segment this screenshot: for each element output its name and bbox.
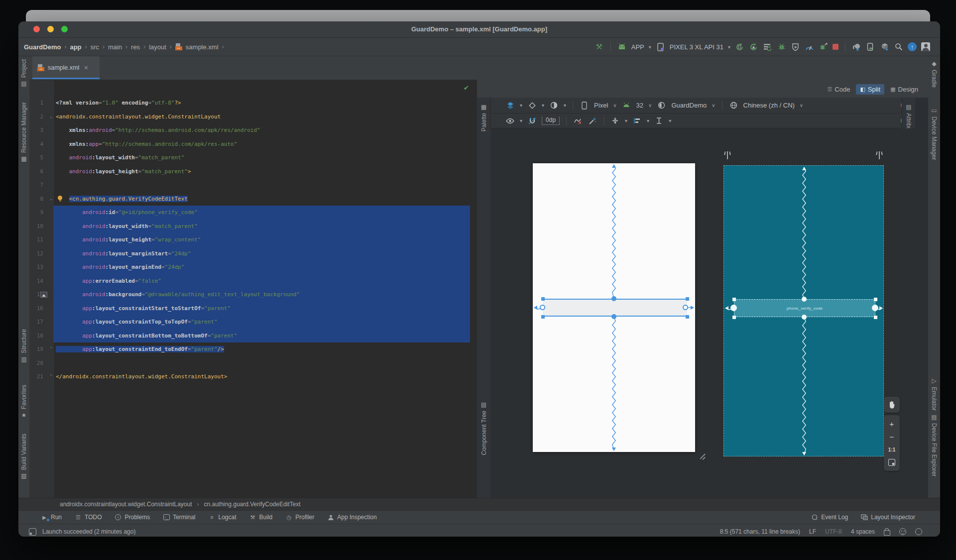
resize-handle[interactable] <box>874 316 877 319</box>
breadcrumb-item[interactable]: GuardDemo <box>24 43 61 51</box>
line-number[interactable]: 21 <box>29 370 43 384</box>
sidebar-item-favorites[interactable]: Favorites ★ <box>18 385 29 419</box>
breadcrumb-item[interactable]: res <box>131 43 140 51</box>
constraint-anchor[interactable] <box>872 305 878 311</box>
breadcrumb-item[interactable]: cn.authing.guard.VerifyCodeEditText <box>204 501 301 508</box>
device-type-select[interactable]: Pixel <box>594 102 608 109</box>
fold-marker-icon[interactable]: ⌃ <box>49 342 53 356</box>
intention-bulb-icon[interactable] <box>58 196 62 200</box>
sidebar-item-resource-manager[interactable]: Resource Manager ▦ <box>18 102 29 162</box>
chevron-down-icon[interactable]: ▾ <box>728 44 730 50</box>
api-level-select[interactable]: 32 <box>636 102 643 109</box>
line-number[interactable]: 19 <box>29 342 43 356</box>
chevron-down-icon[interactable]: ▾ <box>520 118 522 123</box>
code-line[interactable]: 5 android:layout_width="match_parent" <box>29 151 477 165</box>
design-preview-phone[interactable] <box>533 163 695 452</box>
component-tree-tool-button[interactable]: ▤ Component Tree <box>477 401 490 455</box>
sidebar-item-device-manager[interactable]: ▭ Device Manager <box>928 107 940 160</box>
fold-marker-icon[interactable]: ⌄ <box>49 192 53 206</box>
sidebar-item-emulator[interactable]: ▷ Emulator <box>928 377 940 411</box>
breadcrumb-item[interactable]: layout <box>149 43 166 51</box>
theme-select[interactable]: GuardDemo <box>671 102 707 109</box>
constraint-anchor[interactable] <box>611 314 616 319</box>
align-icon[interactable] <box>632 116 642 125</box>
line-number[interactable]: 14 <box>29 274 43 288</box>
line-number[interactable]: 6 <box>29 165 43 179</box>
breadcrumb-item[interactable]: src <box>91 43 99 51</box>
chevron-down-icon[interactable]: ▾ <box>649 44 651 50</box>
code-line[interactable]: 2⌄<androidx.constraintlayout.widget.Cons… <box>29 110 477 124</box>
code-line[interactable]: 9 android:id="@+id/phone_verify_code" <box>29 206 477 220</box>
line-number[interactable]: 8 <box>29 192 43 206</box>
chevron-down-icon[interactable]: ∨ <box>648 103 652 108</box>
constraint-anchor[interactable] <box>802 315 807 320</box>
caret-position[interactable]: 8:5 (571 chars, 11 line breaks) <box>720 528 800 535</box>
resize-handle[interactable] <box>541 297 545 301</box>
drawable-preview-icon[interactable] <box>40 292 47 298</box>
zoom-out-button[interactable]: − <box>884 430 900 443</box>
chevron-down-icon[interactable]: ▾ <box>520 103 522 108</box>
chevron-down-icon[interactable]: ∨ <box>712 103 715 108</box>
stop-icon[interactable] <box>833 44 838 50</box>
view-options-eye-icon[interactable] <box>505 116 515 125</box>
code-line[interactable]: 4 xmlns:app="http://schemas.android.com/… <box>29 137 477 151</box>
toolwindow-profiler[interactable]: ◷Profiler <box>285 514 314 521</box>
code-line[interactable]: 10 android:layout_width="match_parent" <box>29 220 477 233</box>
apply-changes-icon[interactable] <box>735 42 744 52</box>
run-configuration-select[interactable]: APP <box>631 43 644 51</box>
line-number[interactable]: 11 <box>29 233 43 247</box>
design-canvas[interactable]: phone_verify_code + <box>490 128 915 498</box>
debug-icon[interactable] <box>777 42 786 52</box>
toolwindow-todo[interactable]: ☰TODO <box>75 514 102 521</box>
autoconnect-magnet-icon[interactable] <box>527 116 537 125</box>
code-line[interactable]: 13 android:layout_marginEnd="24dp" <box>29 260 477 274</box>
line-number[interactable]: 17 <box>29 315 43 329</box>
line-number[interactable]: 12 <box>29 247 43 261</box>
line-number[interactable]: 1 <box>29 96 43 110</box>
toolwindow-logcat[interactable]: ≡Logcat <box>209 514 237 521</box>
code-line[interactable]: 11 android:layout_height="wrap_content" <box>29 233 477 247</box>
profile-avatar[interactable] <box>921 42 930 51</box>
toolwindow-problems[interactable]: !Problems <box>115 514 150 521</box>
constraint-anchor[interactable] <box>611 296 616 301</box>
resize-handle[interactable] <box>541 315 545 319</box>
run-with-profile-icon[interactable] <box>763 42 772 52</box>
constraint-anchor[interactable] <box>730 305 737 311</box>
line-number[interactable]: 5 <box>29 151 43 165</box>
locale-select[interactable]: Chinese (zh / CN) <box>743 102 795 109</box>
resize-handle[interactable] <box>732 316 736 319</box>
line-number[interactable]: 7 <box>29 178 43 192</box>
fold-marker-icon[interactable]: ⌄ <box>49 110 53 124</box>
breadcrumb-item[interactable]: androidx.constraintlayout.widget.Constra… <box>60 501 192 508</box>
zoom-in-button[interactable]: + <box>884 417 900 430</box>
view-mode-split[interactable]: ◧ Split <box>856 84 884 95</box>
breadcrumb-item[interactable]: sample.xml <box>186 43 219 51</box>
code-line[interactable]: 8⌄ <cn.authing.guard.VerifyCodeEditText <box>29 192 477 206</box>
update-available-icon[interactable]: ↑ <box>908 42 917 51</box>
design-surface-icon[interactable] <box>505 101 515 110</box>
toolwindow-layout-inspector[interactable]: Layout Inspector <box>861 514 915 521</box>
orientation-icon[interactable] <box>527 101 537 110</box>
line-number[interactable]: 9 <box>29 206 43 220</box>
code-editor[interactable]: ✔ 1<?xml version="1.0" encoding="utf-8"?… <box>29 80 477 498</box>
code-line[interactable]: 19⌃ app:layout_constraintEnd_toEndOf="pa… <box>29 342 477 356</box>
chevron-down-icon[interactable]: ▾ <box>669 118 671 123</box>
sidebar-item-project[interactable]: Project ▤ <box>18 59 29 87</box>
blueprint-phone[interactable]: phone_verify_code <box>723 165 884 456</box>
sidebar-item-gradle[interactable]: ◆ Gradle <box>928 60 940 88</box>
chevron-down-icon[interactable]: ▾ <box>647 118 649 123</box>
code-line[interactable]: 3 xmlns:android="http://schemas.android.… <box>29 123 477 137</box>
pan-hand-button[interactable] <box>884 397 900 413</box>
feedback-smiley-icon[interactable] <box>899 528 906 535</box>
sync-gradle-icon[interactable] <box>852 42 861 52</box>
line-number[interactable]: 20 <box>29 356 43 370</box>
toolwindow-build[interactable]: ⚒Build <box>249 514 273 521</box>
constraint-anchor[interactable] <box>540 305 545 310</box>
palette-tool-button[interactable]: ▦ Palette <box>477 104 490 131</box>
resize-handle[interactable] <box>732 298 736 301</box>
clear-constraints-icon[interactable] <box>573 116 583 125</box>
code-line[interactable]: 16 app:layout_constraintStart_toStartOf=… <box>29 302 477 316</box>
device-manager-icon[interactable] <box>866 42 875 52</box>
code-line[interactable]: 6 android:layout_height="match_parent"> <box>29 165 477 179</box>
code-line[interactable]: 1<?xml version="1.0" encoding="utf-8"?> <box>29 96 477 110</box>
